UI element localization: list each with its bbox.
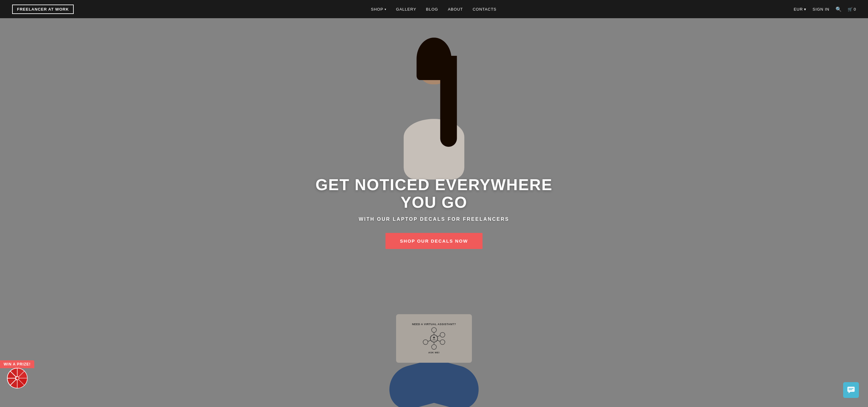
nav-item-shop[interactable]: SHOP ▾	[371, 7, 386, 11]
chat-icon	[847, 386, 855, 394]
svg-rect-22	[848, 389, 852, 390]
svg-rect-21	[848, 388, 854, 389]
cart-icon[interactable]: 🛒 0	[848, 7, 856, 11]
nav-right: EUR ▾ SIGN IN 🔍 🛒 0	[794, 6, 856, 12]
navbar: FREELANCER AT WORK SHOP ▾ GALLERY BLOG A…	[0, 0, 868, 18]
chevron-down-icon: ▾	[384, 8, 386, 11]
nav-links: SHOP ▾ GALLERY BLOG ABOUT CONTACTS	[371, 6, 496, 12]
currency-selector[interactable]: EUR ▾	[794, 7, 806, 11]
chevron-down-icon: ▾	[804, 7, 806, 11]
nav-item-blog[interactable]: BLOG	[426, 6, 438, 12]
chat-button[interactable]	[843, 382, 859, 398]
hero-subtitle: WITH OUR LAPTOP DECALS FOR FREELANCERS	[304, 217, 564, 222]
win-prize-widget: WIN A PRIZE!	[0, 360, 34, 389]
cart-symbol: 🛒	[848, 7, 852, 11]
cart-count: 0	[854, 7, 856, 11]
win-prize-label[interactable]: WIN A PRIZE!	[0, 360, 34, 368]
nav-item-about[interactable]: ABOUT	[448, 6, 463, 12]
shop-decals-button[interactable]: SHOP OUR DECALS NOW	[385, 233, 483, 249]
svg-rect-19	[847, 387, 855, 392]
nav-item-contacts[interactable]: CONTACTS	[472, 6, 496, 12]
hero-content: GET NOTICED EVERYWHERE YOU GO WITH OUR L…	[298, 170, 570, 255]
prize-wheel[interactable]	[7, 368, 28, 389]
nav-item-gallery[interactable]: GALLERY	[396, 6, 416, 12]
hero-title: GET NOTICED EVERYWHERE YOU GO	[304, 176, 564, 211]
nav-logo[interactable]: FREELANCER AT WORK	[12, 5, 74, 14]
svg-marker-20	[848, 392, 850, 393]
search-icon[interactable]: 🔍	[836, 6, 842, 12]
hero-section: NEED A VIRTUAL ASSISTANT?	[0, 18, 868, 407]
signin-link[interactable]: SIGN IN	[812, 7, 829, 11]
